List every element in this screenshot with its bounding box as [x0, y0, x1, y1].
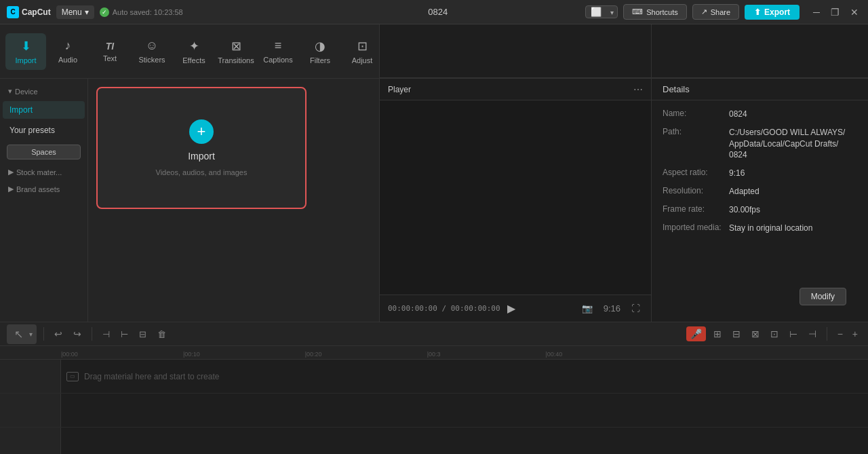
detail-key-framerate: Frame rate: [663, 204, 724, 214]
toolbar-item-text[interactable]: TI Text [90, 35, 130, 68]
modify-button[interactable]: Modify [800, 288, 846, 305]
share-button[interactable]: ↗ Share [692, 4, 739, 20]
screenshot-button[interactable]: 📷 [579, 302, 595, 315]
track-label-2 [0, 394, 61, 427]
brand-assets-label: Brand assets [16, 185, 60, 193]
player-controls: 00:00:00:00 / 00:00:00:00 ▶ 📷 9:16 ⛶ [380, 295, 651, 322]
redo-button[interactable]: ↪ [70, 326, 85, 341]
import-drop-zone[interactable]: + Import Videos, audios, and images [96, 87, 307, 209]
share-icon: ↗ [701, 7, 707, 16]
shortcuts-button[interactable]: ⌨ Shortcuts [623, 4, 686, 20]
link-button-2[interactable]: ⊟ [729, 326, 744, 341]
brand-chevron-icon: ▶ [8, 185, 14, 193]
select-tool-group: ↖ ▾ [7, 324, 37, 344]
menu-label: Menu [62, 7, 82, 17]
sidebar-item-presets[interactable]: Your presets [3, 121, 85, 139]
track-content-2 [61, 394, 868, 427]
filters-label: Filters [310, 56, 330, 64]
drag-hint: ▭ Drag material here and start to create [66, 372, 219, 381]
stickers-icon: ☺ [146, 39, 158, 53]
detail-key-aspect: Aspect ratio: [663, 168, 724, 177]
sidebar-section-stock[interactable]: ▶ Stock mater... [3, 165, 85, 179]
toolbar-item-import[interactable]: ⬇ Import [5, 33, 46, 70]
link-button-5[interactable]: ⊢ [786, 326, 801, 341]
transitions-label: Transitions [218, 56, 254, 64]
export-button[interactable]: ⬆ Export [745, 5, 800, 20]
import-toolbar-icon: ⬇ [21, 39, 31, 54]
player-title: Player [388, 85, 411, 94]
link-button-3[interactable]: ⊠ [748, 326, 763, 341]
zoom-out-button[interactable]: − [834, 326, 846, 341]
sidebar-item-import[interactable]: Import [3, 101, 85, 119]
toolbar-item-filters[interactable]: ◑ Filters [300, 33, 340, 70]
track-label-3 [0, 428, 61, 454]
ruler-mark-0: |00:00 [61, 351, 78, 359]
media-sidebar: ▾ Device Import Your presets Spaces ▶ St… [0, 79, 88, 322]
detail-row-framerate: Frame rate: 30.00fps [663, 204, 857, 216]
detail-key-resolution: Resolution: [663, 186, 724, 195]
delete-button[interactable]: 🗑 [154, 327, 170, 341]
window-controls: ─ ❐ ✕ [810, 5, 861, 19]
captions-label: Captions [263, 56, 292, 64]
transitions-icon: ⊠ [231, 39, 241, 54]
timeline-ruler: |00:00 |00:10 |00:20 |00:3 |00:40 [0, 346, 868, 360]
aspect-ratio-button[interactable]: 9:16 [601, 302, 623, 315]
sidebar-section-device[interactable]: ▾ Device [3, 84, 85, 98]
adjust-label: Adjust [352, 56, 373, 64]
detail-key-path: Path: [663, 127, 724, 136]
undo-button[interactable]: ↩ [51, 326, 66, 341]
close-button[interactable]: ✕ [848, 5, 861, 19]
time-total: 00:00:00:00 [451, 304, 500, 313]
details-title-bar: Details [652, 79, 868, 100]
toolbar-item-captions[interactable]: ≡ Captions [258, 33, 298, 69]
player-panel: Player ⋯ 00:00:00:00 / 00:00:00:00 ▶ 📷 9… [380, 79, 651, 322]
detail-value-resolution: Adapted [729, 186, 760, 197]
time-display: 00:00:00:00 / 00:00:00:00 [388, 304, 500, 313]
fullscreen-button[interactable]: ⛶ [629, 302, 643, 315]
player-right-controls: 📷 9:16 ⛶ [579, 302, 643, 315]
drag-hint-text: Drag material here and start to create [84, 372, 219, 381]
link-button-6[interactable]: ⊣ [805, 326, 820, 341]
import-area: + Import Videos, audios, and images [88, 79, 379, 322]
toolbar-item-adjust[interactable]: ⊡ Adjust [342, 33, 382, 70]
export-label: Export [764, 7, 790, 17]
toolbar-item-effects[interactable]: ✦ Effects [174, 33, 214, 70]
tl-right: 🎤 Voiceover ⊞ ⊟ ⊠ ⊡ ⊢ ⊣ − + [686, 326, 861, 341]
link-button-1[interactable]: ⊞ [710, 326, 725, 341]
tl-separator-right [827, 327, 827, 341]
zoom-in-button[interactable]: + [849, 326, 861, 341]
audio-icon: ♪ [65, 39, 71, 53]
detail-value-path: C:/Users/GOOD WILL ALWAYS/AppData/Local/… [729, 127, 845, 161]
auto-saved-text: Auto saved: 10:23:58 [113, 8, 183, 16]
link-button-4[interactable]: ⊡ [767, 326, 782, 341]
maximize-button[interactable]: ❐ [828, 5, 842, 19]
ruler-mark-3: |00:3 [427, 351, 441, 359]
split-button-1[interactable]: ⊣ [99, 327, 113, 341]
title-bar-right: ⬜ ▾ ⌨ Shortcuts ↗ Share ⬆ Export ─ ❐ ✕ [585, 4, 861, 20]
captions-icon: ≡ [275, 39, 282, 53]
zoom-controls: − + [834, 326, 861, 341]
import-box-label: Import [188, 151, 215, 162]
select-tool-chevron-icon: ▾ [29, 330, 33, 338]
detail-value-imported: Stay in original location [729, 223, 812, 234]
menu-chevron-icon: ▾ [85, 7, 89, 17]
player-menu-button[interactable]: ⋯ [633, 84, 643, 95]
play-button[interactable]: ▶ [507, 302, 515, 315]
toolbar-item-audio[interactable]: ♪ Audio [47, 33, 88, 69]
spaces-button[interactable]: Spaces [7, 145, 81, 159]
select-tool-button[interactable]: ↖ [11, 326, 26, 343]
player-header-area [380, 24, 651, 78]
split-button-3[interactable]: ⊟ [136, 327, 150, 341]
toolbar-item-stickers[interactable]: ☺ Stickers [132, 33, 172, 69]
title-bar-left: C CapCut Menu ▾ ✓ Auto saved: 10:23:58 [7, 5, 290, 19]
sidebar-section-brand-assets[interactable]: ▶ Brand assets [3, 182, 85, 196]
minimize-button[interactable]: ─ [810, 5, 823, 19]
aspect-ratio-label: 9:16 [604, 303, 620, 314]
toolbar-item-transitions[interactable]: ⊠ Transitions [216, 33, 256, 70]
voiceover-button[interactable]: 🎤 [686, 326, 706, 341]
split-button-2[interactable]: ⊢ [117, 327, 132, 341]
time-separator: / [441, 304, 450, 313]
plus-symbol: + [197, 123, 206, 140]
menu-button[interactable]: Menu ▾ [56, 5, 94, 19]
auto-saved-status: ✓ Auto saved: 10:23:58 [100, 7, 183, 17]
